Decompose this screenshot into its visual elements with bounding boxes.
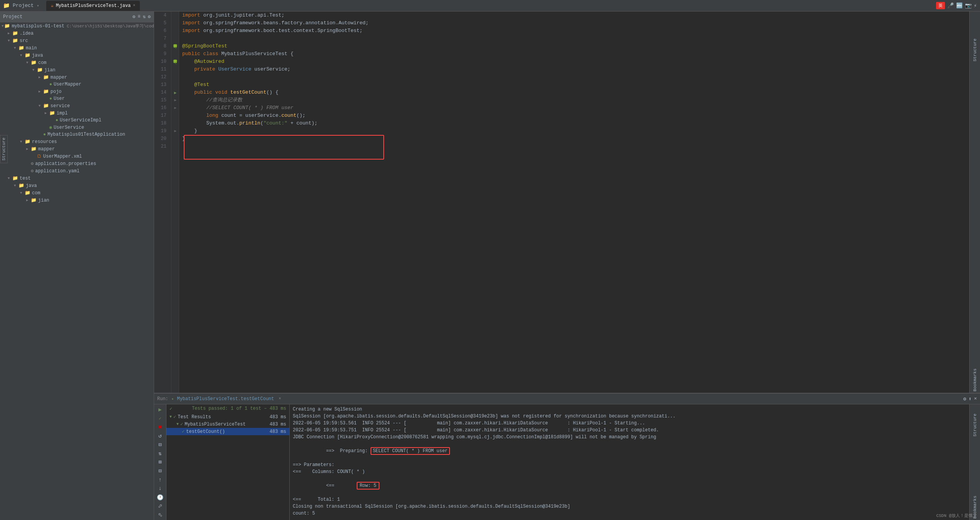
tree-item-java[interactable]: ▼ 📁 java bbox=[0, 52, 154, 59]
run-gutter-icon[interactable]: 🍀 bbox=[171, 42, 179, 50]
arrow-expand-icon: ▼ bbox=[176, 422, 179, 426]
tree-item-userserviceimpl[interactable]: ▶ ● UserServiceImpl bbox=[0, 117, 154, 124]
sql-query-highlight: SELECT COUNT( * ) FROM user bbox=[371, 447, 450, 455]
tree-item-userservice[interactable]: ▶ ◉ UserService bbox=[0, 124, 154, 131]
tree-item-impl[interactable]: ▶ 📁 impl bbox=[0, 109, 154, 117]
run-gutter-icon[interactable]: 🍀 bbox=[171, 58, 179, 66]
folder-icon: 📁 bbox=[37, 67, 43, 73]
tree-gear-icon[interactable]: ⚙ bbox=[148, 14, 151, 20]
tree-item-usermapper-xml[interactable]: ▶ 🗋 UserMapper.xml bbox=[0, 153, 154, 160]
code-line-17: long count = userService.count(); bbox=[182, 112, 977, 119]
folder-icon: 📁 bbox=[12, 30, 18, 36]
tree-item-app-yaml[interactable]: ▶ ⚙ application.yaml bbox=[0, 167, 154, 175]
tree-sort-icon[interactable]: ⇅ bbox=[143, 14, 146, 20]
folder-icon: 📁 bbox=[43, 89, 49, 94]
tree-item-resources[interactable]: ▼ 📁 resources bbox=[0, 138, 154, 145]
camera-icon[interactable]: 📷 bbox=[965, 2, 972, 9]
tree-item-idea[interactable]: ▶ 📁 .idea bbox=[0, 30, 154, 37]
run-test-icon[interactable]: ▶ bbox=[171, 89, 179, 96]
tree-item-app-props[interactable]: ▶ ⚙ application.properties bbox=[0, 160, 154, 167]
structure-vert-tab[interactable]: Structure bbox=[0, 135, 8, 163]
result-class-time: 483 ms bbox=[270, 422, 286, 427]
tree-item-test-java[interactable]: ▼ 📁 java bbox=[0, 182, 154, 189]
code-line-6: import org.springframework.boot.test.con… bbox=[182, 27, 977, 35]
run-gutter-1[interactable]: Structure bbox=[973, 414, 977, 436]
sort-button[interactable]: ⇅ bbox=[156, 450, 165, 457]
arrow-icon: ▶ bbox=[45, 111, 49, 115]
class-icon: ● bbox=[49, 96, 52, 101]
class-icon: ● bbox=[43, 132, 46, 137]
code-line-21 bbox=[182, 143, 977, 150]
tree-item-label: .idea bbox=[20, 31, 34, 36]
project-dropdown-icon[interactable]: ▾ bbox=[37, 3, 39, 8]
arrow-icon: ▶ bbox=[39, 75, 42, 79]
check-icon: ✓ bbox=[180, 421, 183, 427]
rerun-button[interactable]: ↺ bbox=[156, 432, 165, 439]
structure-tab-vert[interactable]: Structure bbox=[973, 39, 977, 61]
arrow-icon: ▼ bbox=[14, 184, 18, 188]
filter-button[interactable]: ⊟ bbox=[156, 441, 165, 448]
gutter: 🍀 🍀 ▶ ⊳ ⊳ ⊳ bbox=[171, 12, 179, 393]
left-vertical-tabs: Structure bbox=[0, 135, 8, 163]
tree-header-label: Project bbox=[3, 14, 22, 20]
arrow-expand-icon: ▼ bbox=[169, 415, 172, 419]
tree-item-src[interactable]: ▼ 📁 src bbox=[0, 37, 154, 44]
arrow-icon: ▼ bbox=[20, 140, 24, 144]
lang-icon[interactable]: 英 bbox=[936, 2, 945, 9]
expand-button[interactable]: ⊞ bbox=[156, 459, 165, 466]
tree-item-label: jian bbox=[38, 198, 49, 203]
tree-item-label: java bbox=[32, 53, 43, 58]
next-button[interactable]: ↓ bbox=[156, 485, 165, 492]
clock-icon: 🕐 bbox=[156, 494, 165, 501]
tree-item-jian[interactable]: ▼ 📁 jian bbox=[0, 66, 154, 74]
mic-icon[interactable]: 🎤 bbox=[947, 2, 954, 9]
check-icon: ✓ bbox=[182, 429, 185, 434]
folder-icon: 📁 bbox=[25, 52, 30, 58]
tree-item-user[interactable]: ▶ ● User bbox=[0, 95, 154, 102]
tree-collapse-icon[interactable]: ≡ bbox=[138, 14, 140, 20]
tree-item-com[interactable]: ▼ 📁 com bbox=[0, 59, 154, 66]
main-layout: Project ⚙ ≡ ⇅ ⚙ ▼ 📁 mybatisplus-01-test … bbox=[0, 12, 980, 520]
tree-item-test-com[interactable]: ▼ 📁 com bbox=[0, 189, 154, 197]
tree-item-mapper[interactable]: ▶ 📁 mapper bbox=[0, 74, 154, 81]
prev-button[interactable]: ↑ bbox=[156, 476, 165, 483]
test-results-header[interactable]: ▼ ✓ Test Results 483 ms bbox=[166, 413, 289, 421]
tree-item-pojo[interactable]: ▶ 📁 pojo bbox=[0, 88, 154, 95]
tree-item-main[interactable]: ▼ 📁 main bbox=[0, 44, 154, 52]
tree-item-label: application.yaml bbox=[35, 168, 79, 174]
row-highlight: Row: 5 bbox=[357, 482, 379, 490]
run-settings-icon[interactable]: ⚙ bbox=[963, 396, 967, 402]
tree-item-mapper-res[interactable]: ▶ 📁 mapper bbox=[0, 145, 154, 153]
tree-settings-icon[interactable]: ⚙ bbox=[133, 14, 135, 20]
tree-item-usermapper[interactable]: ▶ ● UserMapper bbox=[0, 81, 154, 88]
tree-item-label: User bbox=[54, 96, 65, 101]
export-button[interactable]: ⬀ bbox=[156, 502, 165, 510]
gutter-arrow: ⊳ bbox=[171, 104, 179, 112]
tree-item-mybatisapp[interactable]: ▶ ● Mybatisplus01TestApplication bbox=[0, 131, 154, 138]
code-line-8: @SpringBootTest bbox=[182, 42, 977, 50]
arrow-icon: ▼ bbox=[14, 46, 18, 50]
stop-button[interactable]: ■ bbox=[156, 424, 165, 431]
test-class-item[interactable]: ▼ ✓ MybatisPlusServiceTest 483 ms bbox=[166, 421, 289, 428]
console-line: SqlSession [org.apache.ibatis.session.de… bbox=[293, 413, 966, 420]
class-icon: ● bbox=[49, 82, 52, 87]
translate-icon[interactable]: 🔤 bbox=[956, 2, 963, 9]
run-close-icon[interactable]: × bbox=[974, 396, 977, 402]
collapse-button[interactable]: ⊟ bbox=[156, 467, 165, 475]
run-tab-close[interactable]: × bbox=[279, 397, 281, 401]
active-tab[interactable]: ☕ MybatisPlusServiceTest.java × bbox=[46, 1, 140, 11]
tree-item-root[interactable]: ▼ 📁 mybatisplus-01-test C:\Users\hj151\D… bbox=[0, 22, 154, 30]
check-icon: ✓ bbox=[173, 414, 176, 420]
run-expand-icon[interactable]: ⬆ bbox=[968, 396, 972, 402]
tree-item-test-jian[interactable]: ▶ 📁 jian bbox=[0, 197, 154, 204]
folder-icon: 📁 bbox=[12, 38, 18, 44]
test-method-item[interactable]: ✓ testGetCount() 483 ms bbox=[166, 428, 289, 435]
arrow-icon: ▼ bbox=[8, 39, 12, 43]
run-tab-label[interactable]: MybatisPlusServiceTest.testGetCount bbox=[177, 396, 274, 402]
tree-item-service[interactable]: ▼ 📁 service bbox=[0, 102, 154, 109]
tab-close-icon[interactable]: × bbox=[133, 3, 135, 8]
run-button[interactable]: ▶ bbox=[156, 406, 165, 413]
tree-item-test[interactable]: ▼ 📁 test bbox=[0, 175, 154, 182]
import-button[interactable]: ⬁ bbox=[156, 511, 165, 518]
bookmarks-tab-vert[interactable]: Bookmarks bbox=[973, 369, 977, 391]
